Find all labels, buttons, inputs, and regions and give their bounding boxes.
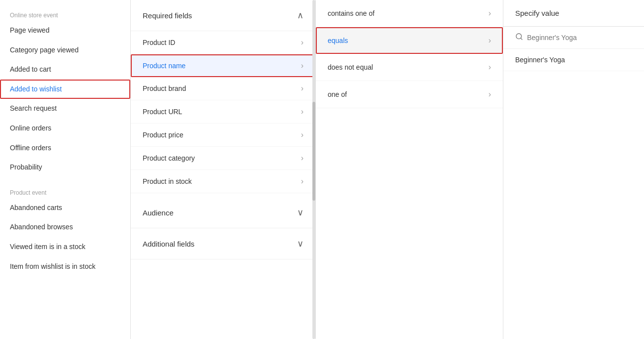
chevron-right-icon: › bbox=[489, 63, 491, 72]
field-product-price[interactable]: Product price › bbox=[131, 124, 315, 147]
additional-fields-label: Additional fields bbox=[143, 240, 194, 248]
fields-panel: Required fields ∧ Product ID › Product n… bbox=[131, 0, 316, 339]
field-product-id[interactable]: Product ID › bbox=[131, 31, 315, 54]
sidebar-item-category-page-viewed[interactable]: Category page viewed bbox=[0, 41, 130, 60]
chevron-right-icon: › bbox=[301, 177, 303, 186]
sidebar-item-added-to-wishlist[interactable]: Added to wishlist bbox=[0, 80, 130, 99]
sidebar-section-online-store: Online store event bbox=[0, 8, 130, 21]
sidebar-item-search-request[interactable]: Search request bbox=[0, 99, 130, 119]
sidebar-item-page-viewed[interactable]: Page viewed bbox=[0, 21, 130, 41]
sidebar-item-abandoned-carts[interactable]: Abandoned carts bbox=[0, 198, 130, 218]
scrollbar-thumb[interactable] bbox=[312, 102, 315, 201]
svg-line-1 bbox=[521, 38, 522, 40]
field-product-in-stock[interactable]: Product in stock › bbox=[131, 170, 315, 193]
sidebar-item-online-orders[interactable]: Online orders bbox=[0, 119, 130, 138]
field-product-category[interactable]: Product category › bbox=[131, 147, 315, 170]
chevron-right-icon: › bbox=[301, 84, 303, 93]
operator-contains-one-of[interactable]: contains one of › bbox=[316, 0, 503, 27]
chevron-right-icon: › bbox=[301, 154, 303, 163]
audience-header[interactable]: Audience ∨ bbox=[131, 197, 315, 228]
chevron-right-icon: › bbox=[301, 130, 303, 139]
field-product-url[interactable]: Product URL › bbox=[131, 100, 315, 124]
operator-one-of[interactable]: one of › bbox=[316, 81, 503, 108]
sidebar-item-probability[interactable]: Probability bbox=[0, 158, 130, 177]
chevron-right-icon: › bbox=[489, 36, 491, 45]
scrollbar-track[interactable] bbox=[312, 0, 315, 339]
value-item-0[interactable]: Beginner's Yoga bbox=[503, 49, 644, 71]
required-fields-chevron-icon: ∧ bbox=[297, 10, 303, 21]
value-search-input[interactable] bbox=[527, 34, 632, 42]
search-icon bbox=[515, 33, 523, 42]
sidebar-item-offline-orders[interactable]: Offline orders bbox=[0, 138, 130, 158]
value-panel-title: Specify value bbox=[503, 0, 644, 27]
operators-panel: contains one of › equals › does not equa… bbox=[316, 0, 503, 339]
audience-label: Audience bbox=[143, 209, 174, 217]
required-fields-header[interactable]: Required fields ∧ bbox=[131, 0, 315, 31]
chevron-right-icon: › bbox=[489, 90, 491, 99]
chevron-right-icon: › bbox=[301, 38, 303, 47]
required-fields-label: Required fields bbox=[143, 11, 192, 20]
operator-equals[interactable]: equals › bbox=[316, 27, 503, 54]
sidebar-item-viewed-item-in-stock[interactable]: Viewed item is in a stock bbox=[0, 237, 130, 257]
sidebar-item-item-from-wishlist-in-stock[interactable]: Item from wishlist is in stock bbox=[0, 257, 130, 277]
field-product-brand[interactable]: Product brand › bbox=[131, 77, 315, 100]
chevron-right-icon: › bbox=[301, 61, 303, 70]
chevron-right-icon: › bbox=[489, 9, 491, 18]
sidebar: Online store event Page viewed Category … bbox=[0, 0, 131, 339]
chevron-right-icon: › bbox=[301, 107, 303, 116]
sidebar-item-added-to-cart[interactable]: Added to cart bbox=[0, 60, 130, 80]
field-product-name[interactable]: Product name › bbox=[131, 54, 315, 77]
audience-chevron-icon: ∨ bbox=[297, 207, 303, 218]
operator-does-not-equal[interactable]: does not equal › bbox=[316, 54, 503, 81]
value-panel: Specify value Beginner's Yoga bbox=[503, 0, 644, 339]
sidebar-section-product-event: Product event bbox=[0, 185, 130, 198]
additional-fields-chevron-icon: ∨ bbox=[297, 238, 303, 249]
additional-fields-header[interactable]: Additional fields ∨ bbox=[131, 228, 315, 259]
sidebar-item-abandoned-browses[interactable]: Abandoned browses bbox=[0, 217, 130, 237]
value-search-container bbox=[503, 27, 644, 49]
